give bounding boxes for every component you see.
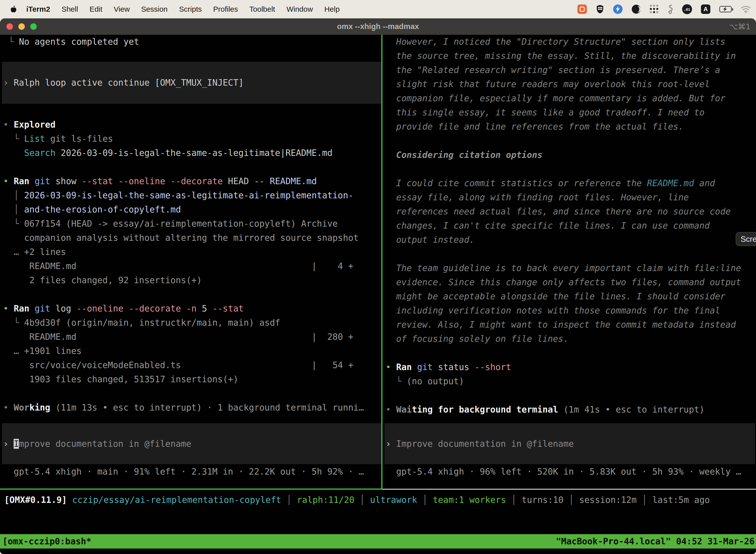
input-text: Improve documentation in @filename — [396, 439, 574, 449]
bolt-circle-icon[interactable] — [613, 4, 623, 14]
squiggle-icon[interactable] — [668, 4, 673, 14]
terminal-line — [2, 287, 381, 301]
terminal-line: … +1901 lines — [2, 344, 381, 358]
menu-item-shell[interactable]: Shell — [62, 5, 78, 13]
menu-item-session[interactable]: Session — [141, 5, 168, 13]
terminal-line: The team guideline is to back every impo… — [384, 261, 755, 275]
window-shortcut-badge: ⌥⌘1 — [729, 18, 751, 35]
messages-icon[interactable] — [577, 4, 587, 14]
wifi-icon[interactable] — [741, 5, 751, 13]
right-pane-body: However, I noticed the "Directory Struct… — [384, 35, 755, 417]
left-prompt-input[interactable]: › Improve documentation in @filename — [2, 423, 381, 464]
menu-item-profiles[interactable]: Profiles — [213, 5, 238, 13]
left-terminal-pane[interactable]: └ No agents completed yet › Ralph loop a… — [2, 35, 381, 534]
terminal-line — [384, 134, 755, 148]
terminal-line: essay file, along with finding root file… — [384, 190, 755, 205]
right-pane-bottom-border — [382, 489, 756, 490]
stat-badge-icon[interactable]: ..61 — [682, 4, 692, 14]
terminal-line: src/voice/voiceModeEnabled.ts | 54 + — [2, 358, 381, 372]
terminal-line: Search 2026-03-09-is-legal-the-same-as-l… — [2, 146, 381, 160]
terminal-line: evidence. Since this change only affects… — [384, 275, 755, 289]
terminal-line: └ 067f154 (HEAD -> essay/ai-reimplementa… — [2, 217, 381, 231]
terminal-area: └ No agents completed yet › Ralph loop a… — [0, 35, 756, 554]
terminal-line: 2 files changed, 92 insertions(+) — [2, 273, 381, 287]
iterm2-window: omx --xhigh --madmax ⌥⌘1 └ No agents com… — [0, 18, 756, 554]
input-source-icon[interactable]: A — [701, 4, 710, 14]
menu-item-scripts[interactable]: Scripts — [179, 5, 202, 13]
battery-icon[interactable] — [719, 6, 732, 12]
window-title: omx --xhigh --madmax — [0, 18, 756, 35]
menu-items: iTerm2 Shell Edit View Session Scripts P… — [26, 5, 339, 13]
screen: iTerm2 Shell Edit View Session Scripts P… — [0, 0, 756, 554]
terminal-line: the "Related research writing" section i… — [384, 63, 755, 77]
menu-item-edit[interactable]: Edit — [89, 5, 103, 13]
terminal-line: README.md | 4 + — [2, 259, 381, 273]
terminal-line: … +2 lines — [2, 245, 381, 259]
terminal-line: including verification notes with those … — [384, 303, 755, 318]
terminal-line: of focusing solely on file lines. — [384, 332, 755, 346]
terminal-line: └ (no output) — [384, 374, 755, 388]
terminal-line — [2, 160, 381, 174]
terminal-line: • Ran git status --short — [384, 360, 755, 374]
terminal-line: gpt-5.4 xhigh · 96% left · 520K in · 5.8… — [384, 465, 755, 479]
left-session-status: gpt-5.4 xhigh · main · 91% left · 2.31M … — [2, 465, 381, 479]
terminal-line: references need actual files, and since … — [384, 205, 755, 219]
terminal-line: However, I noticed the "Directory Struct… — [384, 35, 755, 49]
terminal-line: • Explored — [2, 118, 381, 132]
prompt-chevron-icon: › — [386, 439, 396, 449]
terminal-line: companion analysis without altering the … — [2, 231, 381, 245]
apple-menu-icon[interactable] — [9, 5, 16, 14]
terminal-line — [2, 386, 381, 401]
input-text: mprove documentation in @filename — [19, 439, 191, 449]
terminal-line: • Ran git show --stat --oneline --decora… — [2, 174, 381, 188]
macos-menu-bar: iTerm2 Shell Edit View Session Scripts P… — [0, 0, 756, 18]
right-session-status: gpt-5.4 xhigh · 96% left · 520K in · 5.8… — [384, 465, 755, 479]
terminal-line — [384, 388, 755, 403]
terminal-line: 1903 files changed, 513517 insertions(+) — [2, 372, 381, 386]
terminal-line: review. Also, I might want to inspect th… — [384, 318, 755, 332]
terminal-line — [384, 247, 755, 261]
terminal-line: │ and-the-erosion-of-copyleft.md — [2, 203, 381, 217]
terminal-line: this single essay, it seems like a good … — [384, 106, 755, 120]
terminal-line: provide file and line references from th… — [384, 120, 755, 134]
terminal-line — [384, 346, 755, 360]
right-terminal-pane[interactable]: However, I noticed the "Directory Struct… — [384, 35, 755, 534]
menu-item-window[interactable]: Window — [287, 5, 313, 13]
pane-divider[interactable] — [381, 35, 382, 490]
terminal-line — [384, 162, 755, 176]
terminal-line: • Waiting for background terminal (1m 41… — [384, 403, 755, 417]
left-pane-body: • Explored └ List git ls-files Search 20… — [2, 118, 381, 415]
tmux-host-clock: "MacBook-Pro-44.local" 04:52 31-Mar-26 — [556, 536, 756, 546]
terminal-line: └ No agents completed yet — [2, 35, 381, 49]
menu-item-iterm2[interactable]: iTerm2 — [26, 5, 50, 13]
terminal-line: output instead. — [384, 233, 755, 247]
terminal-line: └ List git ls-files — [2, 132, 381, 146]
screen-share-overlay-chip[interactable]: Scre — [736, 232, 756, 246]
left-pane-top-lines: └ No agents completed yet — [2, 35, 381, 49]
terminal-line: › Ralph loop active continue [OMX_TMUX_I… — [2, 76, 244, 90]
dots-grid-icon[interactable] — [650, 5, 659, 14]
terminal-line: I could cite commit statistics or refere… — [384, 176, 755, 190]
terminal-line: • Working (11m 13s • esc to interrupt) ·… — [2, 401, 381, 415]
tmux-status-bar: [omx-cczip0:bash* "MacBook-Pro-44.local"… — [0, 534, 756, 549]
terminal-line: might be acceptable alongside the file l… — [384, 289, 755, 303]
terminal-line: └ 4b9d30f (origin/main, instructkr/main,… — [2, 316, 381, 330]
window-title-bar[interactable]: omx --xhigh --madmax ⌥⌘1 — [0, 18, 756, 35]
ralph-inject-box: › Ralph loop active continue [OMX_TMUX_I… — [2, 62, 381, 104]
terminal-line: README.md | 280 + — [2, 330, 381, 344]
menu-item-view[interactable]: View — [114, 5, 130, 13]
crescent-circle-icon[interactable] — [631, 4, 641, 14]
menu-item-toolbelt[interactable]: Toolbelt — [250, 5, 275, 13]
left-pane-bottom-border — [0, 489, 381, 490]
terminal-line: gpt-5.4 xhigh · main · 91% left · 2.31M … — [2, 465, 381, 479]
terminal-line: slight risk that future readers may over… — [384, 77, 755, 91]
shield-grid-icon[interactable] — [596, 4, 604, 14]
terminal-line: • Ran git log --oneline --decorate -n 5 … — [2, 301, 381, 316]
terminal-line: Considering citation options — [384, 148, 755, 162]
terminal-line: companion file, especially if more comme… — [384, 91, 755, 106]
menu-item-help[interactable]: Help — [324, 5, 340, 13]
terminal-line: the source tree, missing the essay. Stil… — [384, 49, 755, 63]
right-prompt-input[interactable]: › Improve documentation in @filename — [384, 423, 755, 464]
terminal-line: [OMX#0.11.9] cczip/essay/ai-reimplementa… — [3, 493, 756, 507]
tmux-session-name[interactable]: [omx-cczip0:bash* — [0, 536, 91, 546]
